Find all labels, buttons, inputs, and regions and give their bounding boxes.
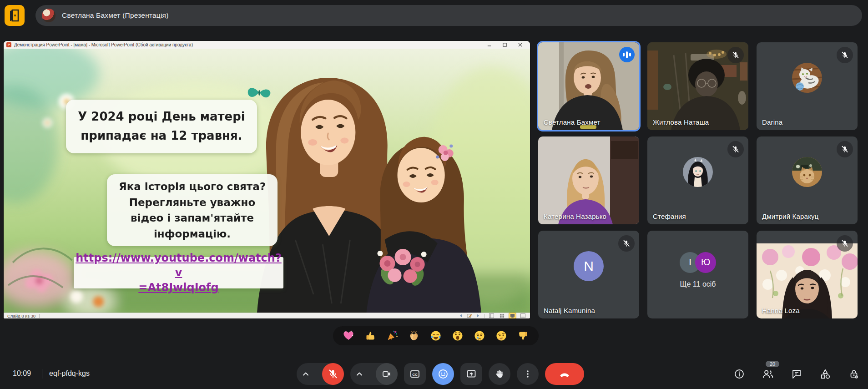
tile-kateryna-nazarko[interactable]: Катерина Назарько [538, 136, 639, 224]
thumbs-down-emoji[interactable] [516, 329, 530, 343]
more-vert-icon [522, 369, 533, 379]
chat-panel-button[interactable] [791, 368, 802, 380]
presentation-slide: У 2024 році День матері припадає на 12 т… [4, 49, 530, 313]
meet-app: Светлана Бахмет (Презентація) P Демонстр… [0, 0, 868, 389]
party-popper-emoji[interactable] [385, 329, 399, 343]
chat-icon [791, 369, 802, 379]
activities-icon [819, 368, 831, 380]
activities-button[interactable] [819, 368, 831, 380]
powerpoint-statusbar: Слайд 8 из 30 [4, 313, 530, 318]
sparkling-heart-emoji[interactable] [342, 329, 355, 343]
statusbar-divider [39, 314, 40, 318]
speaking-indicator [619, 47, 635, 62]
slide-counter: Слайд 8 из 30 [7, 313, 35, 318]
slideshow-view-icon[interactable] [509, 313, 516, 318]
muted-mic-icon [837, 141, 853, 157]
normal-view-icon[interactable] [488, 313, 495, 318]
participant-name: Житлова Наташа [653, 118, 709, 126]
reactions-button[interactable] [432, 363, 454, 385]
classroom-door-logo[interactable] [5, 5, 25, 26]
mic-options-chevron[interactable] [297, 372, 315, 376]
slide-sorter-view-icon[interactable] [499, 313, 505, 318]
participant-name: Darina [762, 118, 782, 126]
camera-button[interactable] [376, 363, 398, 385]
presenter-avatar [42, 9, 56, 22]
muted-mic-icon [837, 235, 853, 252]
cat-avatar [792, 63, 822, 93]
thinking-face-emoji[interactable] [495, 329, 508, 343]
svg-text:CC: CC [412, 373, 418, 377]
clock-time: 10:09 [13, 369, 31, 378]
participant-name: Светлана Бахмет [544, 118, 601, 126]
crying-face-emoji[interactable] [473, 329, 486, 343]
tile-stefaniya[interactable]: Стефания [647, 136, 748, 224]
participant-name: Natalj Kamunina [544, 307, 595, 314]
maximize-icon[interactable] [502, 42, 507, 47]
call-end-icon [559, 368, 570, 380]
participant-name: Стефания [653, 212, 686, 220]
tile-dmytriy-karakuts[interactable]: Дмитрий Каракуц [757, 136, 858, 224]
present-icon [466, 369, 477, 379]
tile-hanna-loza[interactable]: Hanna Loza [757, 231, 858, 318]
mic-muted-button[interactable] [322, 363, 344, 385]
slide-youtube-link[interactable]: https://www.youtube.com/watch?v =At8Jwlq… [74, 257, 283, 288]
muted-mic-icon [727, 47, 744, 63]
end-call-button[interactable] [545, 363, 584, 385]
participant-name: Hanna Loza [762, 307, 800, 314]
presenter-pill[interactable]: Светлана Бахмет (Презентація) [35, 5, 862, 26]
thumbs-up-emoji[interactable] [363, 329, 377, 343]
present-screen-button[interactable] [460, 363, 482, 385]
meeting-code: eqf-pfdq-kgs [49, 369, 90, 378]
hand-icon [495, 369, 505, 379]
call-controls: CC [297, 363, 584, 385]
reading-view-icon[interactable] [520, 313, 526, 318]
face-with-tears-of-joy-emoji[interactable] [429, 329, 443, 343]
host-controls-button[interactable] [848, 368, 860, 380]
muted-mic-icon [837, 47, 853, 63]
videocam-icon [381, 369, 392, 379]
participant-count-badge: 20 [766, 361, 779, 367]
people-panel-button[interactable]: 20 [762, 368, 774, 380]
face-with-open-mouth-emoji[interactable] [451, 329, 464, 343]
previous-slide-icon[interactable] [459, 313, 463, 318]
tile-natalj-kamunina[interactable]: N Natalj Kamunina [538, 231, 639, 318]
powerpoint-app-icon: P [6, 42, 11, 47]
camera-options-chevron[interactable] [350, 372, 368, 376]
overflow-avatar-yu: Ю [695, 252, 716, 273]
meeting-panels: 20 [733, 363, 860, 385]
tile-overflow-others[interactable]: І Ю Ще 11 осіб [647, 231, 748, 318]
tile-svitlana-bakhmet[interactable]: Светлана Бахмет [538, 42, 639, 130]
annotate-pen-icon[interactable] [467, 313, 472, 318]
cat-car-avatar [792, 157, 822, 187]
muted-mic-icon [727, 141, 744, 157]
more-options-button[interactable] [517, 363, 539, 385]
tile-zhytlova-natasha[interactable]: Житлова Наташа [647, 42, 748, 130]
host-lock-icon [848, 369, 859, 379]
slide-textbox-question: Яка історія цього свята? Перегляньте ува… [107, 174, 278, 246]
muted-mic-icon [618, 235, 635, 252]
overflow-label: Ще 11 осіб [680, 280, 716, 288]
people-icon [762, 368, 774, 380]
participant-name: Катерина Назарько [544, 212, 606, 220]
bottombar-divider [42, 369, 42, 379]
participant-name: Дмитрий Каракуц [762, 212, 819, 220]
close-icon[interactable] [518, 42, 523, 47]
meeting-info-button[interactable] [733, 368, 745, 380]
powerpoint-title-text: Демонстрация PowerPoint - [мама] - Micro… [14, 42, 193, 47]
info-icon [734, 369, 745, 379]
powerpoint-window: P Демонстрация PowerPoint - [мама] - Mic… [4, 41, 530, 318]
captions-button[interactable]: CC [404, 363, 426, 385]
presenter-name: Светлана Бахмет (Презентація) [62, 11, 169, 20]
next-slide-icon[interactable] [476, 313, 480, 318]
smiley-icon [438, 369, 449, 379]
door-icon [9, 9, 20, 22]
camera-control-group [350, 363, 398, 385]
reactions-bar [333, 326, 539, 345]
video-feed [538, 136, 639, 224]
minimize-icon[interactable] [487, 42, 492, 47]
tile-darina[interactable]: Darina [757, 42, 858, 130]
mic-control-group [297, 363, 344, 385]
clapping-hands-emoji[interactable] [407, 329, 421, 343]
slide-textbox-fact: У 2024 році День матері припадає на 12 т… [66, 100, 257, 153]
raise-hand-button[interactable] [489, 363, 510, 385]
